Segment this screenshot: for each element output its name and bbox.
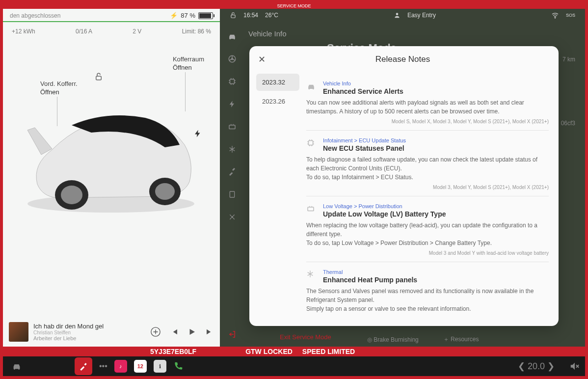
dock-calendar-icon[interactable]: 12 bbox=[134, 360, 147, 373]
snowflake-icon bbox=[306, 270, 317, 284]
car-image bbox=[18, 91, 204, 218]
charge-progress-bar bbox=[3, 21, 220, 22]
unlock-icon[interactable] bbox=[94, 72, 103, 81]
build-hash-partial: 06cf3 bbox=[561, 120, 575, 127]
service-sidebar bbox=[220, 22, 244, 347]
wifi-icon[interactable] bbox=[551, 11, 559, 19]
version-item[interactable]: 2023.32 bbox=[256, 74, 299, 91]
next-track-icon[interactable] bbox=[205, 327, 214, 336]
track-artist: Arbeiter der Liebe bbox=[33, 335, 117, 341]
odometer-partial: 7 km bbox=[562, 56, 575, 63]
sidebar-wrench-icon[interactable] bbox=[227, 167, 237, 177]
sidebar-car-icon[interactable] bbox=[227, 31, 237, 41]
track-author: Christian Steiffen bbox=[33, 330, 117, 335]
exit-service-mode-icon[interactable] bbox=[228, 330, 237, 339]
gtw-status: GTW LOCKED bbox=[245, 348, 293, 355]
sos-button[interactable]: SOS bbox=[566, 13, 575, 18]
sidebar-satellite-icon[interactable] bbox=[227, 212, 237, 222]
stat-limit: Limit: 86 % bbox=[182, 28, 211, 35]
svg-point-17 bbox=[231, 216, 233, 218]
breadcrumb[interactable]: Vehicle Info bbox=[248, 29, 575, 38]
version-list: 2023.32 2023.26 bbox=[249, 70, 303, 326]
sidebar-doc-icon[interactable] bbox=[227, 190, 237, 199]
chip-icon bbox=[306, 138, 317, 152]
lock-status-text: den abgeschlossen bbox=[10, 12, 60, 19]
dock-more-icon[interactable]: ••• bbox=[99, 362, 107, 371]
media-player: Ich hab dir den Mond gel Christian Steif… bbox=[3, 317, 220, 347]
release-note: Low Voltage > Power DistributionUpdate L… bbox=[306, 196, 549, 262]
add-icon[interactable] bbox=[150, 326, 161, 337]
svg-point-5 bbox=[155, 183, 175, 200]
stat-volts: 2 V bbox=[133, 28, 141, 35]
svg-point-18 bbox=[309, 88, 310, 90]
modal-title: Release Notes bbox=[256, 54, 550, 64]
svg-point-8 bbox=[396, 13, 399, 15]
brake-burnishing-button[interactable]: ◎ Brake Burnishing bbox=[367, 336, 419, 343]
trunk-button[interactable]: Kofferraum Öffnen bbox=[173, 55, 204, 72]
profile-name[interactable]: Easy Entry bbox=[407, 12, 436, 19]
bolt-icon: ⚡ bbox=[170, 12, 178, 19]
svg-rect-21 bbox=[308, 207, 314, 211]
release-note: Vehicle InfoEnhanced Service Alerts You … bbox=[306, 74, 549, 131]
sidebar-steering-icon[interactable] bbox=[227, 54, 237, 64]
release-notes-modal: ✕ Release Notes 2023.32 2023.26 Vehicle … bbox=[249, 46, 559, 326]
battery-percent: 87 % bbox=[181, 12, 195, 19]
version-item[interactable]: 2023.26 bbox=[256, 93, 299, 110]
vin-partial: 5YJ3E7EB0LF bbox=[150, 348, 196, 355]
battery-icon bbox=[306, 204, 317, 218]
dock-service-icon[interactable] bbox=[75, 357, 92, 375]
car-icon bbox=[306, 81, 317, 95]
resources-button[interactable]: ＋ Resources bbox=[443, 335, 479, 344]
battery-indicator[interactable]: ⚡ 87 % bbox=[170, 12, 213, 19]
svg-point-3 bbox=[61, 186, 82, 204]
release-note: Infotainment > ECU Update StatusNew ECU … bbox=[306, 131, 549, 196]
svg-rect-7 bbox=[231, 15, 235, 18]
prev-track-icon[interactable] bbox=[170, 327, 179, 336]
service-mode-banner: SERVICE MODE bbox=[3, 3, 585, 9]
stat-amps: 0/16 A bbox=[76, 28, 92, 35]
exit-service-mode-button[interactable]: Exit Service Mode bbox=[280, 333, 331, 341]
album-art[interactable] bbox=[9, 322, 28, 342]
svg-point-13 bbox=[232, 58, 233, 60]
bottom-dock: ••• ♪ 12 ℹ ❮ 20.0 ❯ bbox=[3, 356, 585, 376]
dock-car-icon[interactable] bbox=[8, 357, 26, 375]
svg-rect-14 bbox=[230, 80, 235, 84]
battery-icon bbox=[198, 12, 213, 19]
svg-point-22 bbox=[14, 368, 15, 370]
svg-point-23 bbox=[18, 368, 20, 370]
track-title[interactable]: Ich hab dir den Mond gel bbox=[33, 323, 117, 330]
svg-point-11 bbox=[234, 38, 235, 40]
clock-time: 16:54 bbox=[243, 12, 258, 19]
status-bar: 5YJ3E7EB0LF GTW LOCKED SPEED LIMITED bbox=[3, 347, 585, 356]
profile-icon[interactable] bbox=[394, 12, 401, 19]
notes-list[interactable]: Vehicle InfoEnhanced Service Alerts You … bbox=[303, 70, 559, 326]
dock-music-icon[interactable]: ♪ bbox=[114, 360, 127, 373]
climate-temp[interactable]: ❮ 20.0 ❯ bbox=[518, 361, 555, 372]
svg-point-19 bbox=[313, 88, 314, 90]
charge-stats-row: +12 kWh 0/16 A 2 V Limit: 86 % bbox=[3, 25, 220, 42]
sidebar-snowflake-icon[interactable] bbox=[227, 144, 237, 154]
svg-point-9 bbox=[555, 18, 555, 18]
volume-mute-icon[interactable] bbox=[569, 361, 580, 372]
outside-temp: 26°C bbox=[265, 12, 278, 19]
svg-rect-16 bbox=[230, 191, 234, 197]
speed-status: SPEED LIMITED bbox=[302, 348, 355, 355]
padlock-icon[interactable] bbox=[230, 12, 237, 19]
svg-rect-15 bbox=[229, 125, 235, 129]
dock-phone-icon[interactable] bbox=[173, 361, 183, 371]
svg-rect-0 bbox=[96, 76, 102, 80]
sidebar-chip-icon[interactable] bbox=[227, 77, 237, 86]
sidebar-bolt-icon[interactable] bbox=[227, 99, 237, 109]
dock-info-icon[interactable]: ℹ bbox=[154, 360, 166, 373]
svg-point-10 bbox=[230, 38, 231, 40]
release-note: ThermalEnhanced Heat Pump panels The Sen… bbox=[306, 262, 549, 322]
stat-kwh: +12 kWh bbox=[12, 28, 35, 35]
car-visualization: Vord. Kofferr. Öffnen Kofferraum Öffnen bbox=[3, 42, 220, 253]
left-panel: den abgeschlossen ⚡ 87 % +12 kWh 0/16 A … bbox=[3, 9, 220, 347]
svg-rect-20 bbox=[309, 141, 313, 145]
sidebar-battery-icon[interactable] bbox=[227, 122, 237, 132]
play-icon[interactable] bbox=[187, 327, 196, 336]
